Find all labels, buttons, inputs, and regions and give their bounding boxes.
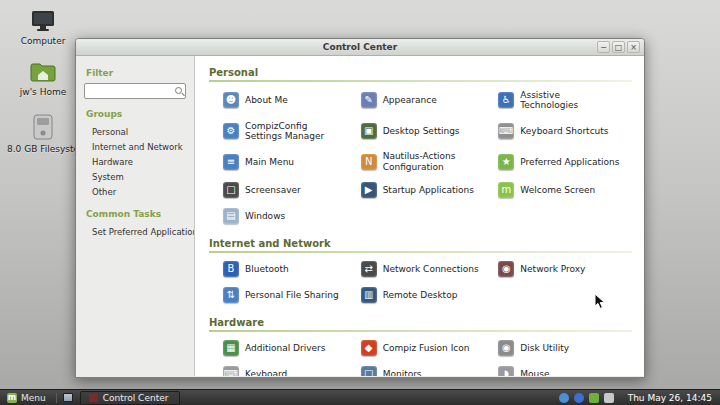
window-controls: − □ × <box>597 41 640 53</box>
desktop-icon-label: Computer <box>21 37 66 47</box>
system-tray <box>559 393 614 403</box>
launcher-remote-desktop[interactable]: ▥Remote Desktop <box>361 287 495 303</box>
launcher-disk-utility[interactable]: ◉Disk Utility <box>498 340 632 356</box>
launcher-network-connections[interactable]: ⇄Network Connections <box>361 261 495 277</box>
launcher-main-menu[interactable]: ≡Main Menu <box>223 151 357 172</box>
launcher-bluetooth[interactable]: BBluetooth <box>223 261 357 277</box>
filter-heading: Filter <box>86 68 186 78</box>
launcher-label: Mouse <box>520 369 549 376</box>
windows-icon: ▤ <box>223 208 239 224</box>
desktop-icon-filesystem[interactable]: 8.0 GB Filesyste <box>6 114 80 155</box>
taskbar-window-label: Control Center <box>103 393 169 403</box>
sidebar-item-other[interactable]: Other <box>84 184 186 199</box>
launcher-label: Welcome Screen <box>520 185 595 195</box>
network-proxy-icon: ◉ <box>498 261 514 277</box>
section-divider <box>209 330 632 332</box>
section-divider <box>209 80 632 82</box>
launcher-keyboard[interactable]: ⌨Keyboard <box>223 366 357 376</box>
launcher-label: Monitors <box>383 369 422 376</box>
launcher-screensaver[interactable]: □Screensaver <box>223 182 357 198</box>
launcher-network-proxy[interactable]: ◉Network Proxy <box>498 261 632 277</box>
desktop-icon-label: 8.0 GB Filesyste <box>7 145 79 155</box>
sidebar-task-set-preferred-applications[interactable]: Set Preferred Applications <box>84 224 186 239</box>
launcher-label: Disk Utility <box>520 343 569 353</box>
launcher-label: Compiz Fusion Icon <box>383 343 470 353</box>
taskbar-separator <box>56 393 57 403</box>
menu-label: Menu <box>21 393 46 403</box>
computer-icon <box>30 10 56 34</box>
launcher-label: Remote Desktop <box>383 290 458 300</box>
launcher-preferred-applications[interactable]: ★Preferred Applications <box>498 151 632 172</box>
battery-icon[interactable] <box>589 393 599 403</box>
launcher-compizconfig-settings-manager[interactable]: ⚙CompizConfig Settings Manager <box>223 121 357 142</box>
titlebar[interactable]: Control Center − □ × <box>76 39 644 56</box>
launcher-welcome-screen[interactable]: mWelcome Screen <box>498 182 632 198</box>
taskbar-window-button[interactable]: Control Center <box>80 391 180 405</box>
volume-icon[interactable] <box>604 393 614 403</box>
launcher-label: Keyboard <box>245 369 287 376</box>
sidebar-item-internet-and-network[interactable]: Internet and Network <box>84 139 186 154</box>
common-tasks-heading: Common Tasks <box>86 209 186 219</box>
desktop-icon-home[interactable]: jw's Home <box>6 62 80 98</box>
section-title: Internet and Network <box>209 238 632 249</box>
section-title: Personal <box>209 67 632 78</box>
remote-desktop-icon: ▥ <box>361 287 377 303</box>
groups-heading: Groups <box>86 109 186 119</box>
launcher-additional-drivers[interactable]: ▦Additional Drivers <box>223 340 357 356</box>
launcher-label: Main Menu <box>245 157 294 167</box>
update-manager-icon[interactable] <box>559 393 569 403</box>
launcher-label: Preferred Applications <box>520 157 619 167</box>
drive-icon <box>33 114 53 142</box>
launcher-label: Nautilus-Actions Configuration <box>383 151 483 172</box>
launcher-label: Bluetooth <box>245 264 289 274</box>
disk-utility-icon: ◉ <box>498 340 514 356</box>
launcher-mouse[interactable]: ◗Mouse <box>498 366 632 376</box>
mouse-icon: ◗ <box>498 366 514 376</box>
show-desktop-icon[interactable] <box>63 393 73 402</box>
minimize-button[interactable]: − <box>597 41 610 53</box>
launcher-personal-file-sharing[interactable]: ⇅Personal File Sharing <box>223 287 357 303</box>
launcher-compiz-fusion-icon[interactable]: ◆Compiz Fusion Icon <box>361 340 495 356</box>
launcher-nautilus-actions-configuration[interactable]: NNautilus-Actions Configuration <box>361 151 495 172</box>
close-button[interactable]: × <box>627 41 640 53</box>
clock[interactable]: Thu May 26, 14:45 <box>620 393 720 403</box>
keyboard-icon: ⌨ <box>223 366 239 376</box>
launcher-label: Personal File Sharing <box>245 290 339 300</box>
window-title: Control Center <box>323 42 397 52</box>
bluetooth-icon: B <box>223 261 239 277</box>
network-connections-icon: ⇄ <box>361 261 377 277</box>
launcher-appearance[interactable]: ✎Appearance <box>361 90 495 111</box>
launcher-monitors[interactable]: □Monitors <box>361 366 495 376</box>
launcher-assistive-technologies[interactable]: ♿Assistive Technologies <box>498 90 632 111</box>
desktop-icon-computer[interactable]: Computer <box>6 10 80 47</box>
filter-input[interactable] <box>84 83 186 99</box>
content-pane: Personal☻About Me✎Appearance♿Assistive T… <box>194 56 644 376</box>
desktop-settings-icon: ▣ <box>361 123 377 139</box>
mint-logo-icon: m <box>7 393 17 403</box>
desktop-icon-label: jw's Home <box>20 88 66 98</box>
launcher-about-me[interactable]: ☻About Me <box>223 90 357 111</box>
screensaver-icon: □ <box>223 182 239 198</box>
sidebar-item-system[interactable]: System <box>84 169 186 184</box>
compizconfig-settings-manager-icon: ⚙ <box>223 123 239 139</box>
nautilus-actions-configuration-icon: N <box>361 154 377 170</box>
monitors-icon: □ <box>361 366 377 376</box>
maximize-button[interactable]: □ <box>612 41 625 53</box>
bluetooth-icon[interactable] <box>574 393 584 403</box>
additional-drivers-icon: ▦ <box>223 340 239 356</box>
launcher-label: Keyboard Shortcuts <box>520 126 608 136</box>
startup-applications-icon: ▶ <box>361 182 377 198</box>
sidebar-item-personal[interactable]: Personal <box>84 124 186 139</box>
launcher-startup-applications[interactable]: ▶Startup Applications <box>361 182 495 198</box>
launcher-desktop-settings[interactable]: ▣Desktop Settings <box>361 121 495 142</box>
welcome-screen-icon: m <box>498 182 514 198</box>
launcher-label: Assistive Technologies <box>520 90 620 111</box>
menu-button[interactable]: m Menu <box>0 390 53 405</box>
launcher-label: Additional Drivers <box>245 343 325 353</box>
keyboard-shortcuts-icon: ⌨ <box>498 123 514 139</box>
launcher-label: Windows <box>245 211 285 221</box>
section-hardware: Hardware▦Additional Drivers◆Compiz Fusio… <box>209 317 632 376</box>
sidebar-item-hardware[interactable]: Hardware <box>84 154 186 169</box>
launcher-windows[interactable]: ▤Windows <box>223 208 357 224</box>
launcher-keyboard-shortcuts[interactable]: ⌨Keyboard Shortcuts <box>498 121 632 142</box>
